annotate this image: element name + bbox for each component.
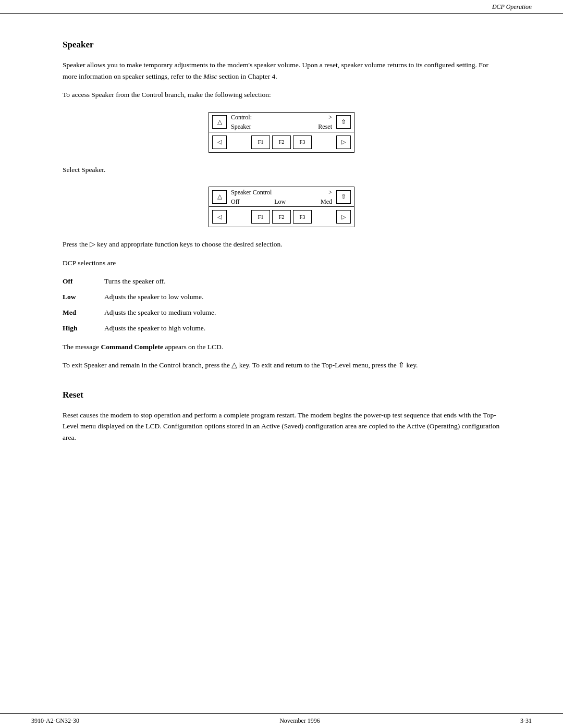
reset-para1: Reset causes the modem to stop operation… <box>63 410 500 443</box>
lcd-row-2-1: △ Speaker Control > Off Low Med <box>209 187 354 207</box>
lcd-screen-1: Control: > Speaker Reset <box>227 111 336 133</box>
triangle-top-icon-2: ⇧ <box>341 193 346 201</box>
up-btn-1: △ <box>212 115 227 129</box>
off-term: Off <box>63 276 104 287</box>
speaker-para2: To access Speaker from the Control branc… <box>63 89 500 101</box>
misc-italic: Misc <box>203 72 217 80</box>
triangle-left-icon: ◁ <box>217 139 222 145</box>
right-btn-1: ▷ <box>336 135 351 149</box>
footer-center: November 1996 <box>279 717 320 725</box>
dcp-label: DCP selections are <box>63 257 500 269</box>
reset-heading: Reset <box>63 390 500 400</box>
med-desc: Adjusts the speaker to medium volume. <box>104 307 500 318</box>
header-bar: DCP Operation <box>0 0 563 14</box>
press-text: Press the ▷ key and appropriate function… <box>63 239 500 250</box>
selections-list: Off Turns the speaker off. Low Adjusts t… <box>63 276 500 334</box>
function-buttons-1: F1 F2 F3 <box>227 135 336 149</box>
lcd-diagram-2: △ Speaker Control > Off Low Med <box>63 187 500 227</box>
triangle-up-icon-2: △ <box>217 193 222 201</box>
speaker-control-arrow: > <box>328 188 332 197</box>
low-label: Low <box>274 197 286 206</box>
top-btn-1: ⇧ <box>336 115 351 129</box>
lcd-screen-2: Speaker Control > Off Low Med <box>227 186 336 208</box>
left-btn-2: ◁ <box>212 210 227 224</box>
reset-label: Reset <box>318 122 332 131</box>
speaker-para1: Speaker allows you to make temporary adj… <box>63 59 500 82</box>
triangle-up-icon: △ <box>217 118 222 126</box>
speaker-section: Speaker Speaker allows you to make tempo… <box>63 40 500 371</box>
triangle-top-icon: ⇧ <box>341 118 346 126</box>
command-complete-text: The message Command Complete appears on … <box>63 341 500 353</box>
header-title: DCP Operation <box>492 3 532 11</box>
triangle-right-icon-2: ▷ <box>341 214 346 220</box>
high-desc: Adjusts the speaker to high volume. <box>104 323 500 334</box>
speaker-heading: Speaker <box>63 40 500 50</box>
lcd-box-1: △ Control: > Speaker Reset <box>209 112 354 153</box>
selection-off: Off Turns the speaker off. <box>63 276 500 287</box>
control-label: Control: <box>231 113 252 122</box>
low-term: Low <box>63 292 104 302</box>
footer-right: 3-31 <box>520 717 532 725</box>
low-desc: Adjusts the speaker to low volume. <box>104 292 500 302</box>
lcd-screen-row-2-2: Off Low Med <box>231 197 332 206</box>
f3-btn-2: F3 <box>293 210 312 224</box>
f1-btn-1: F1 <box>251 135 270 149</box>
function-buttons-2: F1 F2 F3 <box>227 210 336 224</box>
triangle-right-icon: ▷ <box>341 139 346 145</box>
lcd-diagram-1: △ Control: > Speaker Reset <box>63 112 500 153</box>
off-desc: Turns the speaker off. <box>104 276 500 287</box>
footer-bar: 3910-A2-GN32-30 November 1996 3-31 <box>0 713 563 728</box>
exit-text: To exit Speaker and remain in the Contro… <box>63 360 500 371</box>
command-complete-bold: Command Complete <box>101 343 163 351</box>
med-term: Med <box>63 307 104 318</box>
main-content: Speaker Speaker allows you to make tempo… <box>0 14 563 482</box>
lcd-screen-row-2-1: Speaker Control > <box>231 188 332 197</box>
footer-left: 3910-A2-GN32-30 <box>31 717 79 725</box>
select-speaker-label: Select Speaker. <box>63 164 500 176</box>
triangle-left-icon-2: ◁ <box>217 214 222 220</box>
top-btn-2: ⇧ <box>336 190 351 204</box>
lcd-screen-row-1: Control: > <box>231 113 332 122</box>
reset-section: Reset Reset causes the modem to stop ope… <box>63 390 500 443</box>
speaker-control-label: Speaker Control <box>231 188 272 197</box>
selection-high: High Adjusts the speaker to high volume. <box>63 323 500 334</box>
right-btn-2: ▷ <box>336 210 351 224</box>
lcd-box-2: △ Speaker Control > Off Low Med <box>209 187 354 227</box>
speaker-label: Speaker <box>231 122 251 131</box>
f3-btn-1: F3 <box>293 135 312 149</box>
lcd-row-1-2: ◁ F1 F2 F3 <box>209 132 354 152</box>
high-term: High <box>63 323 104 334</box>
selection-low: Low Adjusts the speaker to low volume. <box>63 292 500 302</box>
up-btn-2: △ <box>212 190 227 204</box>
f2-btn-1: F2 <box>272 135 291 149</box>
control-arrow: > <box>328 113 332 122</box>
lcd-screen-row-2: Speaker Reset <box>231 122 332 131</box>
f2-btn-2: F2 <box>272 210 291 224</box>
page: DCP Operation Speaker Speaker allows you… <box>0 0 563 728</box>
off-label: Off <box>231 197 239 206</box>
med-label: Med <box>321 197 332 206</box>
lcd-row-2-2: ◁ F1 F2 F3 <box>209 207 354 227</box>
left-btn-1: ◁ <box>212 135 227 149</box>
selection-med: Med Adjusts the speaker to medium volume… <box>63 307 500 318</box>
lcd-row-1-1: △ Control: > Speaker Reset <box>209 113 354 132</box>
f1-btn-2: F1 <box>251 210 270 224</box>
